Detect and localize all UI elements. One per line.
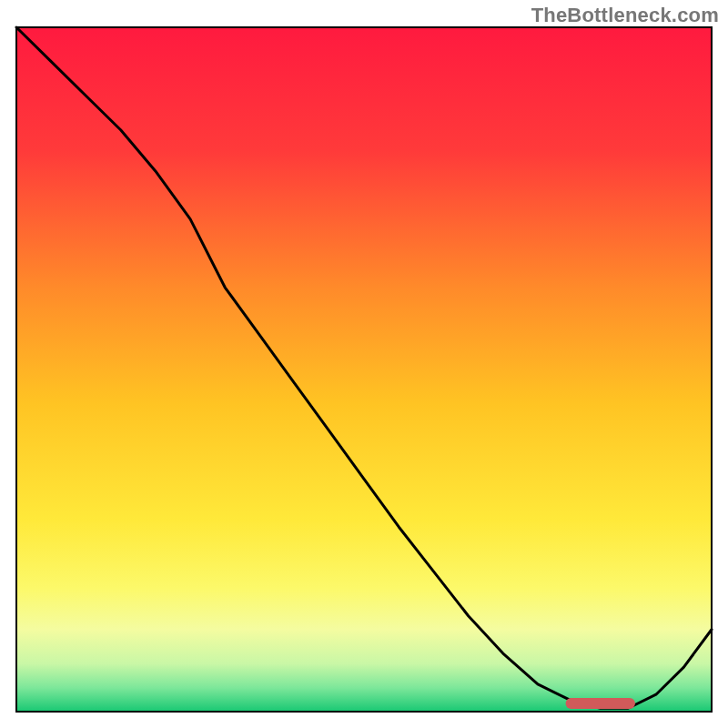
optimal-range-marker: [566, 698, 635, 709]
bottleneck-chart: [0, 0, 728, 728]
